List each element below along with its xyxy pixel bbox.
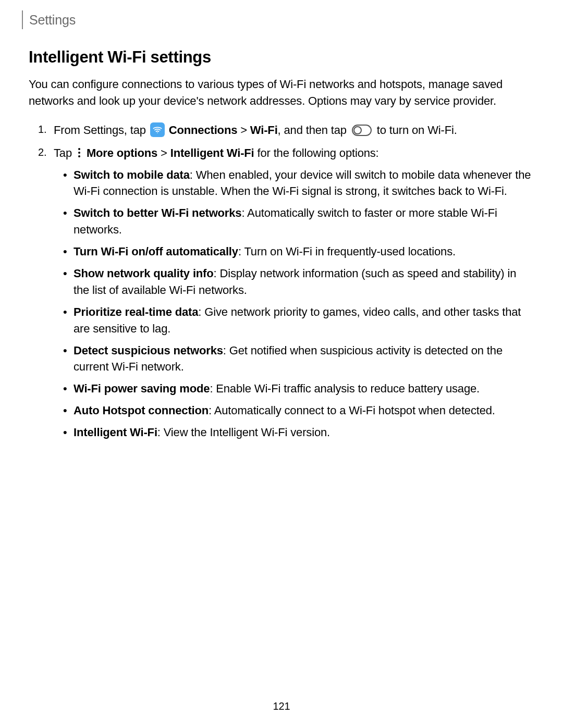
svg-point-0 xyxy=(157,132,158,133)
option-title: Switch to mobile data xyxy=(74,168,190,181)
toggle-icon xyxy=(352,125,372,136)
option-desc: : Enable Wi-Fi traffic analysis to reduc… xyxy=(210,382,480,395)
page-number: 121 xyxy=(0,700,563,712)
option-title: Auto Hotspot connection xyxy=(74,404,209,417)
step-2-text-a: Tap xyxy=(54,146,75,159)
option-title: Prioritize real-time data xyxy=(74,305,198,318)
option-title: Wi-Fi power saving mode xyxy=(74,382,210,395)
list-item: Switch to mobile data: When enabled, you… xyxy=(74,167,532,200)
option-desc: : View the Intelligent Wi-Fi version. xyxy=(157,426,330,439)
list-item: Show network quality info: Display netwo… xyxy=(74,265,532,299)
section-heading: Intelligent Wi-Fi settings xyxy=(29,48,532,67)
page-content: Intelligent Wi-Fi settings You can confi… xyxy=(29,48,532,447)
gt-2: > xyxy=(157,146,170,159)
option-title: Switch to better Wi-Fi networks xyxy=(74,206,241,219)
list-item: Auto Hotspot connection: Automatically c… xyxy=(74,402,532,419)
step-1-text-a: From Settings, tap xyxy=(54,124,149,137)
step-2-text-b: for the following options: xyxy=(254,146,379,159)
list-item: Turn Wi-Fi on/off automatically: Turn on… xyxy=(74,243,532,260)
option-title: Intelligent Wi-Fi xyxy=(74,426,157,439)
intelligent-wifi-label: Intelligent Wi-Fi xyxy=(170,146,254,159)
option-desc: : Turn on Wi-Fi in frequently-used locat… xyxy=(238,245,456,258)
wifi-label: Wi-Fi xyxy=(250,124,278,137)
steps-list: From Settings, tap Connections > Wi-Fi, … xyxy=(29,122,532,441)
list-item: Intelligent Wi-Fi: View the Intelligent … xyxy=(74,424,532,441)
wifi-icon xyxy=(150,122,165,137)
list-item: Switch to better Wi-Fi networks: Automat… xyxy=(74,205,532,238)
breadcrumb: Settings xyxy=(22,10,76,29)
list-item: Prioritize real-time data: Give network … xyxy=(74,304,532,337)
breadcrumb-label: Settings xyxy=(29,13,76,28)
more-options-label: More options xyxy=(87,146,157,159)
option-title: Detect suspicious networks xyxy=(74,344,223,357)
step-1-text-c: to turn on Wi-Fi. xyxy=(374,124,457,137)
step-1-text-b: , and then tap xyxy=(278,124,350,137)
list-item: Detect suspicious networks: Get notified… xyxy=(74,342,532,376)
options-list: Switch to mobile data: When enabled, you… xyxy=(54,167,532,441)
option-title: Show network quality info xyxy=(74,267,214,280)
more-options-icon xyxy=(77,147,82,158)
option-desc: : Automatically connect to a Wi-Fi hotsp… xyxy=(209,404,495,417)
gt-1: > xyxy=(237,124,250,137)
intro-paragraph: You can configure connections to various… xyxy=(29,76,532,109)
step-1: From Settings, tap Connections > Wi-Fi, … xyxy=(54,122,532,139)
step-2: Tap More options > Intelligent Wi-Fi for… xyxy=(54,145,532,441)
list-item: Wi-Fi power saving mode: Enable Wi-Fi tr… xyxy=(74,380,532,397)
option-title: Turn Wi-Fi on/off automatically xyxy=(74,245,238,258)
connections-label: Connections xyxy=(169,124,237,137)
